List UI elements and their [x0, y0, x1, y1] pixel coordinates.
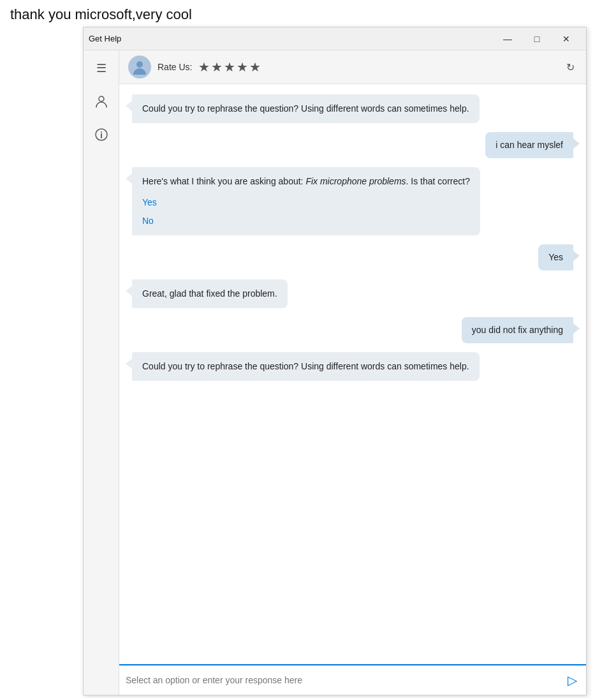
user-triangle-2	[573, 251, 580, 261]
user-text-1: i can hear myslef	[495, 140, 563, 150]
user-message-3: you did not fix anything	[126, 317, 580, 343]
chat-messages: Could you try to rephrase the question? …	[119, 84, 586, 664]
bot-text-4: Could you try to rephrase the question? …	[142, 361, 469, 371]
info-icon[interactable]	[90, 123, 113, 146]
bot-triangle-1	[126, 101, 132, 111]
bot-triangle-4	[126, 359, 132, 369]
rate-us-label: Rate Us:	[158, 62, 192, 72]
user-message-1: i can hear myslef	[126, 132, 580, 158]
user-bubble-1: i can hear myslef	[485, 132, 573, 158]
contact-icon[interactable]	[90, 90, 113, 113]
bot-text-after: . Is that correct?	[406, 176, 470, 186]
bot-message-1: Could you try to rephrase the question? …	[126, 94, 580, 123]
app-window: Get Help — □ ✕ ☰	[83, 27, 587, 695]
star-2[interactable]: ★	[211, 59, 223, 75]
star-1[interactable]: ★	[198, 59, 210, 75]
minimize-button[interactable]: —	[493, 27, 522, 50]
star-4[interactable]: ★	[237, 59, 248, 75]
sidebar: ☰	[84, 50, 119, 695]
no-link[interactable]: No	[142, 214, 470, 228]
user-text-2: Yes	[548, 252, 563, 262]
user-text-3: you did not fix anything	[472, 325, 563, 335]
app-body: ☰	[84, 50, 586, 695]
content-area: Rate Us: ★ ★ ★ ★ ★ ↻ Could	[119, 50, 586, 695]
user-triangle-3	[573, 323, 580, 334]
user-bubble-2: Yes	[538, 244, 573, 271]
bot-text-before: Here's what I think you are asking about…	[142, 176, 305, 186]
title-bar: Get Help — □ ✕	[84, 27, 586, 50]
menu-icon[interactable]: ☰	[90, 57, 113, 80]
header-left: Rate Us: ★ ★ ★ ★ ★	[128, 56, 261, 78]
maximize-button[interactable]: □	[522, 27, 552, 50]
bot-italic-text: Fix microphone problems	[305, 176, 406, 186]
svg-point-0	[99, 96, 104, 101]
send-button[interactable]: ▷	[565, 672, 580, 688]
user-message-2: Yes	[126, 244, 580, 271]
close-button[interactable]: ✕	[552, 27, 581, 50]
bot-message-3: Great, glad that fixed the problem.	[126, 279, 580, 308]
star-rating[interactable]: ★ ★ ★ ★ ★	[198, 59, 261, 75]
window-controls: — □ ✕	[493, 27, 581, 50]
bot-triangle-2	[126, 174, 132, 184]
bot-message-4: Could you try to rephrase the question? …	[126, 352, 580, 381]
avatar	[128, 56, 151, 78]
star-5[interactable]: ★	[249, 59, 261, 75]
bot-bubble-1: Could you try to rephrase the question? …	[132, 94, 480, 123]
chat-input-area: ▷	[119, 664, 586, 695]
svg-point-4	[136, 61, 143, 68]
page-title: thank you microsoft,very cool	[0, 0, 616, 27]
bot-triangle-3	[126, 286, 132, 296]
bot-text-3: Great, glad that fixed the problem.	[142, 288, 277, 299]
user-bubble-3: you did not fix anything	[462, 317, 573, 343]
bot-message-2: Here's what I think you are asking about…	[126, 167, 580, 235]
bot-bubble-2: Here's what I think you are asking about…	[132, 167, 480, 235]
refresh-button[interactable]: ↻	[564, 59, 577, 76]
yes-link[interactable]: Yes	[142, 196, 470, 209]
svg-point-3	[101, 131, 102, 133]
star-3[interactable]: ★	[224, 59, 235, 75]
bot-bubble-4: Could you try to rephrase the question? …	[132, 352, 480, 381]
bot-text-1: Could you try to rephrase the question? …	[142, 103, 469, 114]
chat-input[interactable]	[126, 675, 565, 685]
user-triangle-1	[573, 138, 580, 149]
window-title: Get Help	[89, 34, 121, 43]
bot-bubble-3: Great, glad that fixed the problem.	[132, 279, 288, 308]
chat-header: Rate Us: ★ ★ ★ ★ ★ ↻	[119, 50, 586, 84]
